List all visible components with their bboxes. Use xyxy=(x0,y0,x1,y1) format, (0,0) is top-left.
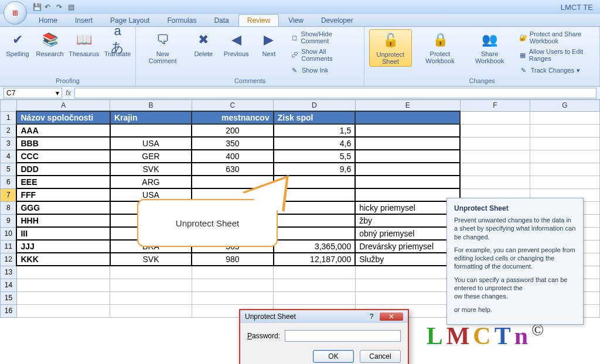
row-header[interactable]: 6 xyxy=(1,176,17,188)
col-header-a[interactable]: A xyxy=(16,100,110,112)
row-header[interactable]: 10 xyxy=(1,227,17,240)
cell[interactable] xyxy=(460,163,530,176)
cell[interactable]: 5,5 xyxy=(274,150,356,163)
cell[interactable] xyxy=(460,150,530,163)
cell[interactable]: žby xyxy=(355,214,460,227)
show-ink-button[interactable]: ✎Show Ink xyxy=(288,64,359,76)
thesaurus-button[interactable]: 📖Thesaurus xyxy=(69,29,98,59)
protect-workbook-button[interactable]: 🔒Protect Workbook xyxy=(418,29,463,66)
col-header-c[interactable]: C xyxy=(192,100,274,112)
protect-share-button[interactable]: 🔐Protect and Share Workbook xyxy=(517,29,595,46)
next-comment-button[interactable]: ▶Next xyxy=(256,29,282,59)
row-header[interactable]: 12 xyxy=(1,253,17,266)
cell[interactable] xyxy=(355,150,460,163)
formula-input[interactable] xyxy=(74,88,596,98)
tab-view[interactable]: View xyxy=(280,15,312,26)
cell[interactable]: FFF xyxy=(16,188,110,201)
col-header-b[interactable]: B xyxy=(110,100,192,112)
cell[interactable] xyxy=(355,137,460,150)
cell[interactable]: CCC xyxy=(16,150,110,163)
tab-review[interactable]: Review xyxy=(238,14,279,26)
col-header-d[interactable]: D xyxy=(274,100,356,112)
col-header-g[interactable]: G xyxy=(530,100,599,112)
fx-icon[interactable]: fx xyxy=(66,89,71,97)
row-header[interactable]: 1 xyxy=(1,111,17,124)
cell[interactable]: BBB xyxy=(16,137,110,150)
select-all-cell[interactable] xyxy=(1,100,17,112)
delete-comment-button[interactable]: ✖Delete xyxy=(190,29,216,59)
spreadsheet-grid[interactable]: A B C D E F G 1 Názov spoločnosti Krajin… xyxy=(0,99,600,364)
cell[interactable] xyxy=(355,176,460,188)
row-header[interactable]: 11 xyxy=(1,240,17,253)
translate-button[interactable]: aあTranslate xyxy=(104,29,131,59)
cell[interactable] xyxy=(460,111,530,124)
cell[interactable]: JJJ xyxy=(16,240,110,253)
cell[interactable] xyxy=(460,137,530,150)
undo-icon[interactable]: ↶ xyxy=(45,3,53,11)
cell[interactable]: SVK xyxy=(110,253,192,266)
cell[interactable]: HHH xyxy=(16,214,110,227)
cell[interactable] xyxy=(110,124,192,137)
cell[interactable]: GGG xyxy=(16,201,110,214)
new-comment-button[interactable]: 🗨New Comment xyxy=(141,29,185,66)
cell[interactable]: Zisk spol xyxy=(274,111,356,124)
cell[interactable]: 3,365,000 xyxy=(274,240,356,253)
row-header[interactable]: 2 xyxy=(1,124,17,137)
cell[interactable] xyxy=(274,214,356,227)
cell[interactable]: hicky priemysel xyxy=(355,201,460,214)
row-header[interactable]: 4 xyxy=(1,150,17,163)
tab-formulas[interactable]: Formulas xyxy=(159,15,204,26)
show-all-comments-button[interactable]: 🗪Show All Comments xyxy=(288,47,359,63)
cell[interactable]: Názov spoločnosti xyxy=(16,111,110,124)
cell[interactable]: 980 xyxy=(192,253,274,266)
cell[interactable] xyxy=(530,111,599,124)
print-icon[interactable]: ▤ xyxy=(68,3,76,11)
cell[interactable] xyxy=(530,163,599,176)
row-header[interactable]: 3 xyxy=(1,137,17,150)
row-header[interactable]: 9 xyxy=(1,214,17,227)
tab-data[interactable]: Data xyxy=(206,15,237,26)
cell[interactable]: 1,5 xyxy=(274,124,356,137)
allow-edit-ranges-button[interactable]: ▦Allow Users to Edit Ranges xyxy=(517,47,595,63)
row-header[interactable]: 8 xyxy=(1,201,17,214)
dialog-help-button[interactable]: ? xyxy=(366,313,377,321)
name-box[interactable]: C7▾ xyxy=(4,88,62,98)
cell[interactable]: III xyxy=(16,227,110,240)
tab-home[interactable]: Home xyxy=(30,15,66,26)
cell[interactable] xyxy=(530,137,599,150)
save-icon[interactable]: 💾 xyxy=(33,3,41,11)
cell[interactable]: AAA xyxy=(16,124,110,137)
cell[interactable] xyxy=(460,124,530,137)
cell[interactable]: Služby xyxy=(355,253,460,266)
cell[interactable]: KKK xyxy=(16,253,110,266)
previous-comment-button[interactable]: ◀Previous xyxy=(222,29,250,59)
redo-icon[interactable]: ↷ xyxy=(56,3,64,11)
cell[interactable]: DDD xyxy=(16,163,110,176)
cell[interactable] xyxy=(530,124,599,137)
col-header-e[interactable]: E xyxy=(355,100,460,112)
col-header-f[interactable]: F xyxy=(460,100,530,112)
office-button[interactable]: ⊞ xyxy=(4,1,27,25)
cell[interactable] xyxy=(355,124,460,137)
cell[interactable] xyxy=(355,163,460,176)
cell[interactable]: GER xyxy=(110,150,192,163)
cell[interactable]: 4,6 xyxy=(274,137,356,150)
cell[interactable]: 200 xyxy=(192,124,274,137)
spelling-button[interactable]: ✔Spelling xyxy=(5,29,30,59)
cancel-button[interactable]: Cancel xyxy=(360,350,401,363)
unprotect-sheet-button[interactable]: 🔓Unprotect Sheet xyxy=(369,29,412,67)
share-workbook-button[interactable]: 👥Share Workbook xyxy=(468,29,510,66)
show-hide-comment-button[interactable]: ◻Show/Hide Comment xyxy=(288,29,359,46)
cell[interactable]: Drevársky priemysel xyxy=(355,240,460,253)
cell[interactable] xyxy=(355,111,460,124)
cell[interactable]: 400 xyxy=(192,150,274,163)
cell[interactable] xyxy=(274,227,356,240)
cell[interactable]: EEE xyxy=(16,176,110,188)
row-header[interactable]: 5 xyxy=(1,163,17,176)
cell[interactable]: 350 xyxy=(192,137,274,150)
dialog-close-button[interactable]: ✕ xyxy=(380,313,403,321)
cell[interactable] xyxy=(460,176,530,188)
cell[interactable]: mestnancov xyxy=(192,111,274,124)
cell[interactable]: 12,187,000 xyxy=(274,253,356,266)
row-header[interactable]: 7 xyxy=(1,188,17,201)
